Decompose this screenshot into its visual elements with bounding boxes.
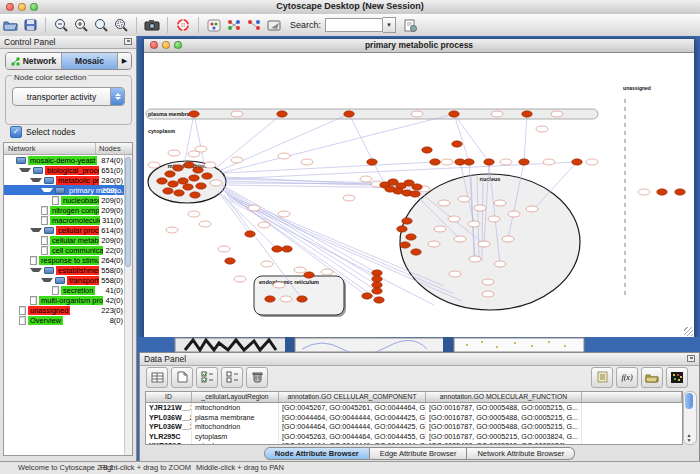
node-label-pill[interactable] xyxy=(500,159,512,165)
table-cell[interactable]: YLR295C xyxy=(146,432,192,442)
table-scrollbar[interactable]: ▲▼ xyxy=(683,391,697,445)
network-node[interactable] xyxy=(406,234,417,240)
network-node[interactable] xyxy=(519,159,530,165)
node-label-pill[interactable] xyxy=(321,269,333,275)
new-attribute-icon[interactable] xyxy=(171,367,193,388)
network-node[interactable] xyxy=(189,111,200,117)
table-cell[interactable]: [GO:0005488, GO:0005215, GO:0003674] xyxy=(426,441,582,445)
table-cell[interactable]: [GO:0044464, GO:0044444, GO:0044425, G..… xyxy=(279,422,426,432)
network-node[interactable] xyxy=(385,186,396,192)
attribute-batch-icon[interactable] xyxy=(591,367,613,388)
node-label-pill[interactable] xyxy=(449,271,461,277)
tree-row[interactable]: Overview8(0) xyxy=(4,315,125,325)
tab-node-attribute-browser[interactable]: Node Attribute Browser xyxy=(264,447,370,460)
network-node[interactable] xyxy=(572,159,583,165)
table-cell[interactable]: YJR121W__1 xyxy=(146,403,192,413)
table-cell[interactable]: [GO:0044464, GO:0044446, GO:0044444, G..… xyxy=(279,441,426,445)
tab-network[interactable]: Network xyxy=(6,53,61,69)
tab-network-attribute-browser[interactable]: Network Attribute Browser xyxy=(467,447,575,460)
node-label-pill[interactable] xyxy=(261,261,273,267)
node-label-pill[interactable] xyxy=(218,246,230,252)
node-label-pill[interactable] xyxy=(278,153,290,159)
layout-selected-icon[interactable] xyxy=(244,16,264,34)
network-node[interactable] xyxy=(245,231,256,237)
search-config-icon[interactable] xyxy=(400,16,420,34)
scrollbar-thumb[interactable] xyxy=(685,393,693,409)
tree-row[interactable]: secretion41(0) xyxy=(4,285,125,295)
float-panel-icon[interactable] xyxy=(687,355,695,362)
table-cell[interactable]: [GO:0045263, GO:0044464, GO:0044455, G..… xyxy=(279,432,426,442)
node-label-pill[interactable] xyxy=(294,267,306,273)
network-node[interactable] xyxy=(165,171,176,177)
network-node[interactable] xyxy=(184,162,195,168)
tree-scrollbar[interactable] xyxy=(124,155,132,455)
table-row[interactable]: YLR295Ccytoplasm[GO:0045263, GO:0044464,… xyxy=(146,432,682,442)
network-node[interactable] xyxy=(178,178,189,184)
node-label-pill[interactable] xyxy=(168,150,180,156)
column-header[interactable]: annotation.GO MOLECULAR_FUNCTION xyxy=(426,392,582,402)
network-node[interactable] xyxy=(449,111,460,117)
network-node[interactable] xyxy=(202,173,213,179)
scrollbar-arrows[interactable]: ▲▼ xyxy=(685,433,693,443)
zoom-selected-icon[interactable] xyxy=(111,16,131,34)
select-attributes-icon[interactable] xyxy=(196,367,218,388)
node-label-pill[interactable] xyxy=(488,216,500,222)
node-label-pill[interactable] xyxy=(343,195,355,201)
node-label-pill[interactable] xyxy=(474,205,486,211)
node-label-pill[interactable] xyxy=(502,236,514,242)
annotation-icon[interactable] xyxy=(264,16,284,34)
node-label-pill[interactable] xyxy=(494,200,506,206)
network-node[interactable] xyxy=(168,181,179,187)
table-row[interactable]: YKR052Ccytoplasm[GO:0044464, GO:0044446,… xyxy=(146,441,682,445)
network-node[interactable] xyxy=(372,282,383,288)
node-label-pill[interactable] xyxy=(280,296,292,302)
zoom-in-icon[interactable] xyxy=(71,16,91,34)
node-label-pill[interactable] xyxy=(454,236,466,242)
network-node[interactable] xyxy=(272,246,283,252)
node-label-pill[interactable] xyxy=(188,151,200,157)
tree-row[interactable]: primary metabo209(... xyxy=(4,185,125,195)
help-icon[interactable] xyxy=(173,16,193,34)
table-cell[interactable]: cytoplasm xyxy=(192,432,279,442)
node-label-pill[interactable] xyxy=(441,159,453,165)
node-label-pill[interactable] xyxy=(434,226,446,232)
network-node[interactable] xyxy=(189,175,200,181)
network-node[interactable] xyxy=(372,276,383,282)
network-node[interactable] xyxy=(657,189,668,195)
node-label-pill[interactable] xyxy=(438,200,450,206)
network-canvas[interactable]: plasma membranemitochondrionnucleusendop… xyxy=(144,53,694,337)
window-titlebar[interactable]: Cytoscape Desktop (New Session) xyxy=(0,0,700,15)
network-node[interactable] xyxy=(410,191,421,197)
network-node[interactable] xyxy=(344,111,355,117)
node-label-pill[interactable] xyxy=(638,189,650,195)
delete-attribute-icon[interactable] xyxy=(246,367,268,388)
node-label-pill[interactable] xyxy=(231,111,243,117)
network-node[interactable] xyxy=(362,293,373,299)
node-label-pill[interactable] xyxy=(258,222,270,228)
table-cell[interactable]: [GO:0045267, GO:0045261, GO:0044464, G..… xyxy=(279,403,426,413)
node-label-pill[interactable] xyxy=(526,206,538,212)
table-cell[interactable]: YPL036W__1 xyxy=(146,422,192,432)
node-label-pill[interactable] xyxy=(204,162,216,168)
column-header[interactable]: ID xyxy=(146,392,192,402)
node-label-pill[interactable] xyxy=(494,261,506,267)
column-header[interactable]: annotation.GO CELLULAR_COMPONENT xyxy=(279,392,426,402)
tree-row[interactable]: nucleobase-209(0) xyxy=(4,195,125,205)
snapshot-icon[interactable] xyxy=(142,16,162,34)
tree-header-nodes[interactable]: Nodes xyxy=(96,143,132,154)
float-panel-icon[interactable] xyxy=(124,38,132,45)
table-cell[interactable]: mitochondrion xyxy=(192,422,279,432)
table-cell[interactable]: [GO:0016787, GO:0005488, GO:0005215, G..… xyxy=(426,413,582,423)
network-node[interactable] xyxy=(183,184,194,190)
node-label-pill[interactable] xyxy=(482,291,494,297)
network-view-titlebar[interactable]: primary metabolic process xyxy=(144,39,694,53)
formula-builder-icon[interactable]: f(x) xyxy=(616,367,638,388)
network-node[interactable] xyxy=(402,218,413,224)
node-label-pill[interactable] xyxy=(231,157,243,163)
save-session-icon[interactable] xyxy=(20,16,40,34)
network-node[interactable] xyxy=(411,249,422,255)
network-node[interactable] xyxy=(304,272,315,278)
tree-row[interactable]: biological_process651(0) xyxy=(4,165,125,175)
unselect-attributes-icon[interactable] xyxy=(221,367,243,388)
node-label-pill[interactable] xyxy=(543,159,555,165)
